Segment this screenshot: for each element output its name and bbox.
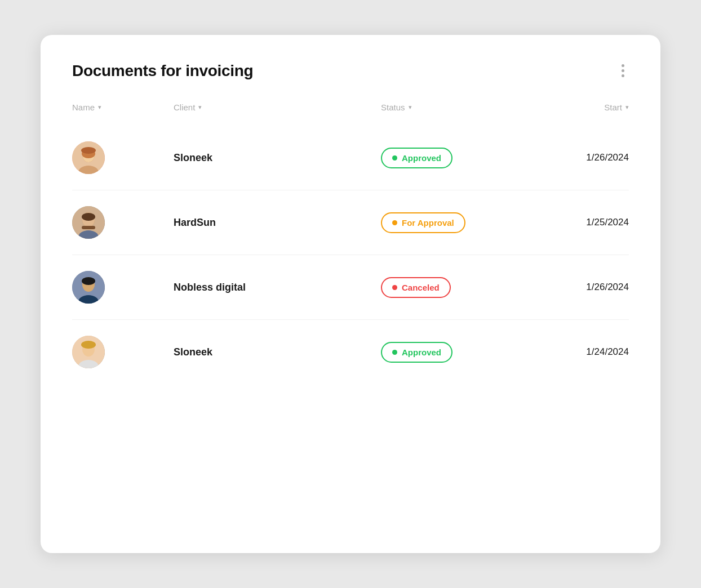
status-label: Approved <box>402 348 441 357</box>
client-name: HardSun <box>174 217 381 229</box>
table-header: Name ▾ Client ▾ Status ▾ Start ▾ <box>72 103 629 121</box>
start-date: 1/24/2024 <box>516 346 629 358</box>
status-cell: For Approval <box>381 212 516 233</box>
status-dot <box>392 285 397 290</box>
avatar-cell <box>72 336 174 368</box>
dot-3 <box>622 74 624 77</box>
avatar-cell <box>72 206 174 239</box>
column-status-sort-icon: ▾ <box>409 104 412 111</box>
column-name-sort-icon: ▾ <box>98 104 101 111</box>
documents-card: Documents for invoicing Name ▾ Client ▾ … <box>41 35 660 553</box>
dot-2 <box>622 69 624 72</box>
column-header-name[interactable]: Name ▾ <box>72 103 174 112</box>
status-dot <box>392 350 397 355</box>
client-name: Sloneek <box>174 346 381 358</box>
avatar-cell <box>72 271 174 304</box>
column-header-status[interactable]: Status ▾ <box>381 103 516 112</box>
svg-point-15 <box>82 277 95 285</box>
status-label: Approved <box>402 153 441 163</box>
avatar-cell <box>72 141 174 174</box>
card-header: Documents for invoicing <box>72 62 629 80</box>
avatar <box>72 271 105 304</box>
status-cell: Approved <box>381 148 516 168</box>
column-start-sort-icon: ▾ <box>625 104 629 111</box>
column-start-label: Start <box>604 103 622 112</box>
svg-point-19 <box>81 341 96 349</box>
start-date: 1/25/2024 <box>516 217 629 228</box>
start-date: 1/26/2024 <box>516 152 629 163</box>
page-title: Documents for invoicing <box>72 62 253 80</box>
status-dot <box>392 155 397 161</box>
svg-point-11 <box>82 213 95 221</box>
table-body: Sloneek Approved 1/26/2024 HardSun For A… <box>72 126 629 384</box>
svg-rect-10 <box>82 226 95 229</box>
table-row[interactable]: Sloneek Approved 1/24/2024 <box>72 320 629 384</box>
status-badge: Canceled <box>381 277 451 298</box>
column-client-sort-icon: ▾ <box>198 104 202 111</box>
column-header-start[interactable]: Start ▾ <box>516 103 629 112</box>
column-status-label: Status <box>381 103 405 112</box>
status-label: For Approval <box>402 218 454 228</box>
status-label: Canceled <box>402 283 440 292</box>
status-dot <box>392 220 397 225</box>
status-badge: Approved <box>381 342 452 363</box>
avatar <box>72 141 105 174</box>
avatar <box>72 206 105 239</box>
table-row[interactable]: HardSun For Approval 1/25/2024 <box>72 190 629 255</box>
table-row[interactable]: Sloneek Approved 1/26/2024 <box>72 126 629 190</box>
client-name: Sloneek <box>174 152 381 164</box>
start-date: 1/26/2024 <box>516 282 629 293</box>
column-name-label: Name <box>72 103 95 112</box>
status-cell: Approved <box>381 342 516 363</box>
table-row[interactable]: Nobless digital Canceled 1/26/2024 <box>72 255 629 320</box>
avatar <box>72 336 105 368</box>
column-client-label: Client <box>174 103 195 112</box>
dot-1 <box>622 64 624 67</box>
status-badge: For Approval <box>381 212 465 233</box>
status-cell: Canceled <box>381 277 516 298</box>
more-options-button[interactable] <box>617 62 629 79</box>
client-name: Nobless digital <box>174 282 381 293</box>
status-badge: Approved <box>381 148 452 168</box>
column-header-client[interactable]: Client ▾ <box>174 103 381 112</box>
svg-point-5 <box>81 147 96 154</box>
